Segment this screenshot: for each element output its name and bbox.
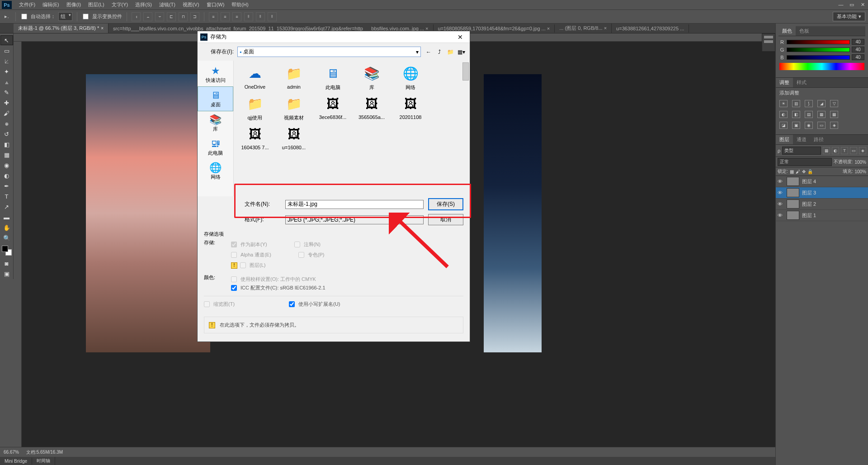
magic-wand-tool[interactable]: ✦ [0, 66, 13, 76]
file-item[interactable]: ☁OneDrive [237, 64, 273, 91]
lock-paint-icon[interactable]: 🖌 [796, 169, 800, 174]
file-item[interactable]: 📁视频素材 [276, 95, 311, 121]
up-icon[interactable]: ⤴ [435, 48, 443, 56]
menu-type[interactable]: 文字(Y) [108, 1, 132, 8]
menu-filter[interactable]: 滤镜(T) [156, 1, 179, 8]
nav-desktop[interactable]: 🖥桌面 [198, 86, 233, 111]
menu-file[interactable]: 文件(F) [15, 1, 39, 8]
marquee-tool[interactable]: ▭ [0, 46, 13, 56]
save-button[interactable]: 保存(S) [428, 198, 463, 210]
filename-input[interactable] [285, 200, 424, 209]
align-btn[interactable]: ⫞ [132, 12, 141, 21]
maximize-icon[interactable]: ▭ [846, 2, 857, 8]
g-slider[interactable] [787, 47, 850, 52]
pen-tool[interactable]: ✒ [0, 181, 13, 191]
r-slider[interactable] [787, 40, 850, 44]
document-tab[interactable]: 未标题-1 @ 66.7% (图层 3, RGB/8) *× [14, 24, 108, 33]
align-btn[interactable]: ⊏ [167, 12, 176, 21]
gradient-tool[interactable]: ▦ [0, 150, 13, 160]
b-value[interactable]: 40 [852, 54, 864, 60]
distribute-btn[interactable]: ≡ [221, 12, 230, 21]
lock-trans-icon[interactable]: ▦ [790, 169, 794, 174]
visibility-icon[interactable]: 👁 [778, 201, 784, 207]
auto-select-combo[interactable]: 组 [58, 12, 72, 21]
align-btn[interactable]: ⫟ [155, 12, 164, 21]
layer-item[interactable]: 👁图层 1 [776, 210, 868, 221]
menu-edit[interactable]: 编辑(E) [39, 1, 63, 8]
hue-icon[interactable]: ◐ [779, 111, 788, 118]
distribute-btn[interactable]: ≡ [209, 12, 218, 21]
new-folder-icon[interactable]: 📁 [446, 48, 454, 56]
cancel-button[interactable]: 取消 [428, 214, 463, 225]
bw-icon[interactable]: ◧ [792, 111, 800, 118]
brush-tool[interactable]: 🖌 [0, 108, 13, 118]
menu-image[interactable]: 图像(I) [63, 1, 85, 8]
filter-shape-icon[interactable]: ▭ [850, 147, 857, 154]
align-btn[interactable]: ⊓ [179, 12, 188, 21]
gradient-map-icon[interactable]: ▭ [817, 122, 826, 129]
file-item[interactable]: 🖼1604305 7... [237, 125, 273, 150]
file-item[interactable]: 📁qjj使用 [237, 95, 273, 121]
layer-item[interactable]: 👁图层 2 [776, 199, 868, 210]
tab-mini-bridge[interactable]: Mini Bridge [0, 458, 32, 465]
file-item[interactable]: 🖼3ece6836f... [315, 95, 350, 121]
dialog-close-icon[interactable]: ✕ [453, 33, 467, 41]
filter-smart-icon[interactable]: ◈ [859, 147, 866, 154]
distribute-btn[interactable]: ⦀ [268, 12, 277, 21]
zoom-level[interactable]: 66.67% [4, 450, 19, 455]
filter-type-icon[interactable]: T [841, 147, 848, 154]
exposure-icon[interactable]: ◢ [817, 100, 826, 107]
file-item[interactable]: 🖼3565065a... [354, 95, 389, 121]
distribute-btn[interactable]: ⦀ [256, 12, 265, 21]
format-combo[interactable]: JPEG (*.JPG;*.JPEG;*.JPE) [285, 215, 424, 224]
scrollbar[interactable] [462, 62, 469, 195]
zoom-tool[interactable]: 🔍 [0, 233, 13, 243]
lasso-tool[interactable]: ⟀ [0, 56, 13, 66]
document-tab[interactable]: ... (图层 0, RGB/8... × [555, 24, 612, 33]
menu-help[interactable]: 帮助(H) [228, 1, 252, 8]
photo-filter-icon[interactable]: ▤ [805, 111, 813, 118]
type-tool[interactable]: T [0, 191, 13, 201]
filter-pixel-icon[interactable]: ▦ [823, 147, 830, 154]
channel-mixer-icon[interactable]: ▦ [817, 111, 826, 118]
tab-styles[interactable]: 样式 [793, 78, 810, 87]
show-transform-checkbox[interactable] [83, 14, 89, 19]
layer-item[interactable]: 👁图层 3 [776, 187, 868, 199]
tab-channels[interactable]: 通道 [793, 135, 810, 144]
spectrum-strip[interactable] [779, 63, 864, 70]
r-value[interactable]: 40 [852, 39, 864, 45]
move-tool[interactable]: ↖ [0, 35, 13, 45]
lowercase-ext-checkbox[interactable] [289, 301, 295, 307]
tab-color[interactable]: 颜色 [778, 26, 796, 36]
nav-libraries[interactable]: 📚库 [198, 111, 233, 135]
tab-timeline[interactable]: 时间轴 [32, 457, 55, 465]
lock-pos-icon[interactable]: ✥ [802, 169, 806, 174]
tab-adjustments[interactable]: 调整 [776, 78, 793, 87]
file-item[interactable]: 🖼u=16080... [276, 125, 311, 150]
tab-swatches[interactable]: 色板 [796, 26, 813, 36]
shape-tool[interactable]: ▬ [0, 212, 13, 222]
visibility-icon[interactable]: 👁 [778, 190, 784, 195]
g-value[interactable]: 40 [852, 47, 864, 52]
levels-icon[interactable]: ▥ [792, 100, 800, 107]
blur-tool[interactable]: ◉ [0, 160, 13, 170]
file-item[interactable]: 📚库 [354, 64, 389, 91]
distribute-btn[interactable]: ⦀ [244, 12, 253, 21]
minimize-icon[interactable]: — [835, 2, 846, 8]
vibrance-icon[interactable]: ▽ [830, 100, 838, 107]
nav-network[interactable]: 🌐网络 [198, 159, 233, 183]
file-item[interactable]: 🖼20201108 [393, 95, 428, 121]
file-item[interactable]: 🖥此电脑 [315, 64, 350, 91]
auto-select-checkbox[interactable] [21, 14, 27, 19]
lock-all-icon[interactable]: 🔒 [807, 169, 813, 174]
path-tool[interactable]: ↗ [0, 202, 13, 212]
close-icon[interactable]: × [101, 26, 104, 31]
visibility-icon[interactable]: 👁 [778, 179, 784, 184]
align-btn[interactable]: ⫠ [143, 12, 152, 21]
menu-view[interactable]: 视图(V) [179, 1, 203, 8]
collapsed-panel-dock[interactable] [762, 33, 775, 52]
save-in-combo[interactable]: ▪ 桌面 ▾ [237, 47, 421, 57]
workspace-switcher[interactable]: 基本功能▾ [833, 12, 865, 21]
back-icon[interactable]: ← [425, 48, 433, 56]
eraser-tool[interactable]: ◧ [0, 139, 13, 149]
